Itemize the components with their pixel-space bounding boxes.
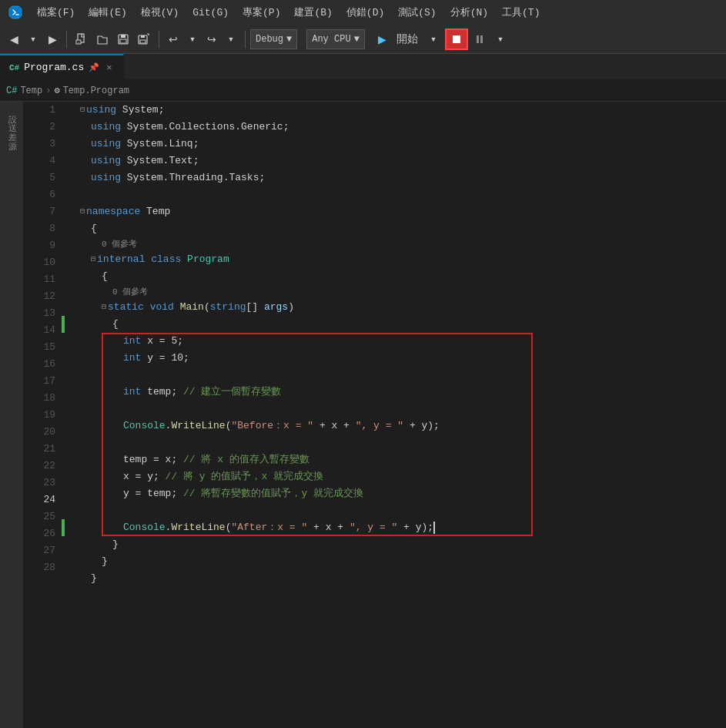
menu-debug[interactable]: 偵錯(D): [340, 2, 390, 22]
collapse-1[interactable]: ⊟: [80, 102, 85, 119]
code-line-14: int y = 10;: [80, 350, 726, 367]
run-stop-button[interactable]: [445, 29, 468, 50]
token: using: [91, 153, 121, 169]
collapse-9[interactable]: ⊟: [91, 251, 95, 268]
undo-group: ↩ ▼ ↪ ▼: [164, 29, 240, 49]
step-dropdown[interactable]: ▼: [491, 29, 510, 49]
code-line-1: ⊟ using System;: [80, 102, 726, 119]
token: Console: [123, 519, 166, 536]
token: Main: [180, 299, 204, 316]
ref-0-1[interactable]: 0 個參考: [102, 236, 137, 253]
ln-21: 21: [26, 441, 55, 458]
token: System.Collections.Generic;: [121, 119, 289, 136]
code-line-5: using System.Threading.Tasks;: [80, 169, 726, 186]
menu-view[interactable]: 檢視(V): [135, 2, 185, 22]
cpu-target-dropdown[interactable]: Any CPU ▼: [306, 29, 365, 49]
open-file-btn[interactable]: [92, 29, 112, 49]
code-line-27: }: [80, 570, 726, 587]
token: + x +: [313, 418, 356, 434]
menu-project[interactable]: 專案(P): [236, 2, 286, 22]
token: System.Linq;: [121, 136, 199, 153]
activity-bar: 設 送 差 源: [0, 102, 23, 728]
activity-icon-3[interactable]: 差: [5, 123, 19, 129]
activity-icon-4[interactable]: 源: [5, 133, 19, 139]
svg-rect-10: [477, 35, 479, 43]
svg-rect-11: [480, 35, 483, 43]
activity-icon-2[interactable]: 送: [5, 114, 19, 120]
ln-18: 18: [26, 390, 55, 407]
editor-area: 1 2 3 4 5 6 7 8 9 10 11 12 13 14 15 16 1…: [23, 102, 726, 728]
token: args: [264, 299, 288, 316]
ln-15: 15: [26, 339, 55, 356]
ref-0-2[interactable]: 0 個參考: [112, 283, 148, 300]
menu-git[interactable]: Git(G): [186, 4, 235, 22]
breadcrumb-namespace[interactable]: Temp: [20, 86, 42, 96]
start-play-icon[interactable]: ▶: [374, 30, 390, 49]
breadcrumb-class[interactable]: Temp.Program: [63, 86, 129, 96]
ln-4: 4: [26, 153, 55, 169]
code-line-8: {: [80, 220, 726, 237]
ln-7: 7: [26, 203, 55, 220]
code-line-6: [80, 186, 726, 203]
save-btn[interactable]: [113, 29, 133, 49]
pin-icon[interactable]: 📌: [89, 62, 99, 72]
debug-mode-dropdown[interactable]: Debug ▼: [250, 29, 297, 49]
undo-btn[interactable]: ↩: [164, 29, 182, 49]
token: // 建立一個暫存變數: [183, 384, 281, 401]
ln-16: 16: [26, 356, 55, 373]
token: [181, 251, 187, 268]
token: y = temp;: [123, 485, 183, 502]
redo-btn[interactable]: ↪: [202, 29, 221, 49]
back-button[interactable]: ◀: [5, 29, 23, 49]
menu-file[interactable]: 檔案(F): [31, 2, 81, 22]
token: int: [123, 350, 141, 367]
ln-17: 17: [26, 373, 55, 390]
code-content[interactable]: ⊟ using System; using System.Collections…: [62, 102, 726, 728]
menu-build[interactable]: 建置(B): [288, 2, 338, 22]
forward-button[interactable]: ▶: [43, 29, 62, 49]
token: "After：x = ": [231, 519, 307, 536]
undo-dropdown[interactable]: ▼: [183, 29, 202, 49]
ln-22: 22: [26, 458, 55, 475]
token: System.Text;: [121, 153, 199, 169]
new-file-btn[interactable]: +: [72, 29, 92, 49]
ln-26: 26: [26, 525, 55, 542]
token: }: [102, 553, 108, 570]
start-dropdown[interactable]: ▼: [424, 29, 443, 49]
menu-edit[interactable]: 編輯(E): [82, 2, 132, 22]
token: [174, 299, 180, 316]
collapse-11[interactable]: ⊟: [102, 299, 106, 316]
token: WriteLine: [171, 519, 225, 536]
pause-btn[interactable]: [470, 29, 489, 49]
activity-icon-1[interactable]: 設: [5, 105, 19, 111]
ln-25: 25: [26, 508, 55, 525]
code-line-17: [80, 401, 726, 418]
token: {: [91, 220, 97, 237]
code-line-22: y = temp; // 將暫存變數的值賦予，y 就完成交換: [80, 485, 726, 502]
token: {: [102, 268, 108, 285]
code-lines-wrapper: ⊟ using System; using System.Collections…: [65, 102, 726, 604]
code-line-23: [80, 502, 726, 519]
token: temp = x;: [123, 451, 183, 468]
tab-close-btn[interactable]: ✕: [104, 61, 114, 74]
ln-14: 14: [26, 322, 55, 339]
collapse-7[interactable]: ⊟: [80, 203, 85, 220]
ln-13: 13: [26, 305, 55, 322]
token: Console: [123, 418, 166, 434]
dropdown-back[interactable]: ▼: [24, 29, 42, 49]
tab-program-cs[interactable]: C# Program.cs 📌 ✕: [0, 54, 124, 80]
token: + x +: [307, 519, 350, 536]
menu-analyze[interactable]: 分析(N): [444, 2, 494, 22]
menu-tools[interactable]: 工具(T): [496, 2, 546, 22]
redo-dropdown[interactable]: ▼: [222, 29, 240, 49]
menu-test[interactable]: 測試(S): [392, 2, 442, 22]
token: }: [91, 570, 97, 587]
token: }: [112, 536, 119, 553]
token: using: [91, 169, 121, 186]
start-label-btn[interactable]: 開始: [393, 29, 422, 49]
nav-group: ◀ ▼ ▶: [5, 29, 62, 49]
save-all-btn[interactable]: [134, 29, 154, 49]
code-ref-10: 0 個參考: [80, 285, 726, 299]
token: .: [166, 418, 172, 434]
cursor: [433, 522, 435, 534]
